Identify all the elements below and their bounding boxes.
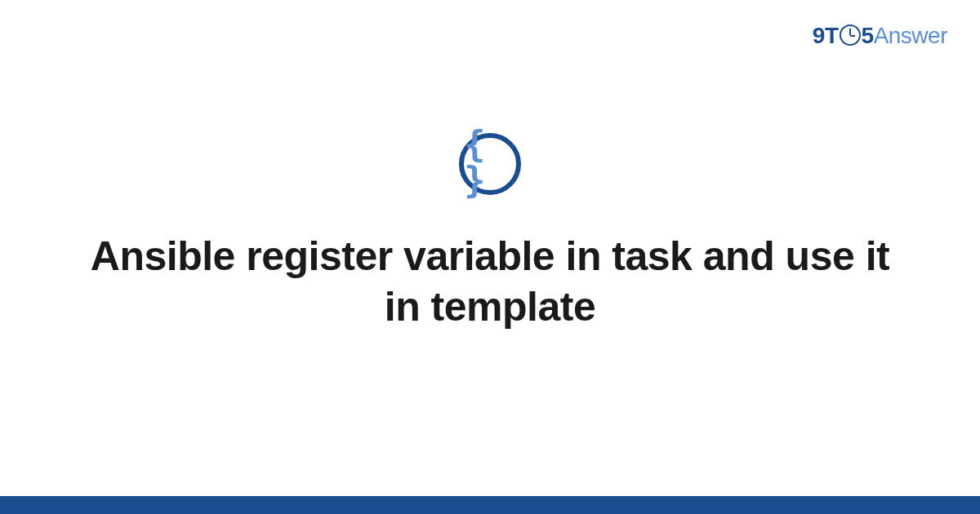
page-title: Ansible register variable in task and us… (90, 231, 890, 332)
category-badge: { } (459, 133, 521, 195)
braces-icon: { } (464, 126, 516, 198)
footer-accent-bar (0, 496, 980, 514)
main-content: { } Ansible register variable in task an… (0, 0, 980, 514)
